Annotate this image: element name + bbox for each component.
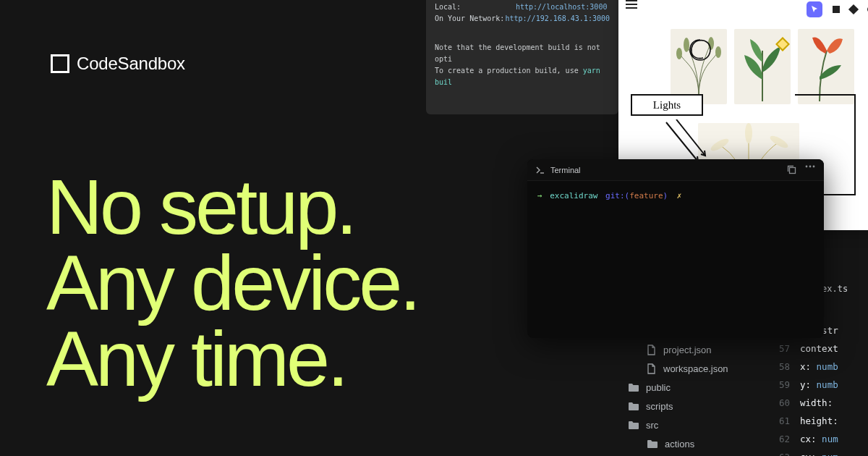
headline-line-2: Any device. bbox=[46, 245, 418, 321]
devserver-network-url: http://192.168.43.1:3000 bbox=[506, 13, 610, 25]
svg-point-21 bbox=[813, 166, 815, 168]
folder-icon bbox=[628, 383, 639, 392]
devserver-panel: Local: http://localhost:3000 On Your Net… bbox=[426, 0, 618, 114]
folder-icon bbox=[647, 439, 658, 448]
prompt-arrow: → bbox=[537, 191, 542, 200]
folder-icon bbox=[628, 421, 639, 429]
brand-name: CodeSandbox bbox=[77, 54, 185, 74]
plant-card-3[interactable] bbox=[798, 29, 854, 104]
board-toolbar bbox=[807, 1, 868, 17]
devserver-local-url: http://localhost:3000 bbox=[516, 1, 607, 13]
tree-item-folder[interactable]: public bbox=[618, 378, 770, 397]
devserver-note-2: To create a production build, use bbox=[435, 67, 583, 75]
cursor-tool-icon[interactable] bbox=[807, 1, 822, 17]
devserver-network-label: On Your Network: bbox=[435, 13, 506, 25]
svg-point-5 bbox=[715, 46, 721, 58]
tree-item-file[interactable]: project.json bbox=[618, 340, 770, 359]
code-tab[interactable]: ex.ts bbox=[822, 284, 868, 294]
terminal-panel[interactable]: Terminal → excalidraw git:(feature) ✗ bbox=[527, 159, 824, 338]
logo-mark-icon bbox=[51, 54, 69, 73]
svg-rect-18 bbox=[790, 168, 796, 174]
folder-icon bbox=[628, 402, 639, 410]
devserver-local-label: Local: bbox=[435, 1, 516, 13]
prompt-git: git:(feature) bbox=[605, 191, 668, 200]
svg-line-15 bbox=[666, 122, 698, 161]
terminal-icon bbox=[536, 166, 545, 174]
svg-line-16 bbox=[676, 119, 705, 156]
terminal-title: Terminal bbox=[550, 166, 581, 174]
board-label-lights[interactable]: Lights bbox=[631, 94, 703, 116]
svg-point-19 bbox=[806, 166, 808, 168]
square-tool-icon[interactable] bbox=[833, 6, 840, 13]
diamond-tool-icon[interactable] bbox=[848, 4, 859, 14]
headline-line-1: No setup. bbox=[46, 169, 418, 245]
tree-item-folder[interactable]: scripts bbox=[618, 397, 770, 415]
tree-item-folder[interactable]: actions bbox=[618, 434, 770, 453]
svg-point-6 bbox=[676, 48, 682, 59]
devserver-note-1: Note that the development build is not o… bbox=[435, 42, 610, 65]
file-tree: project.json workspace.json public scrip… bbox=[618, 326, 770, 453]
prompt-dirty-icon: ✗ bbox=[677, 191, 682, 200]
headline: No setup. Any device. Any time. bbox=[46, 169, 418, 397]
svg-rect-8 bbox=[798, 29, 854, 104]
svg-point-20 bbox=[809, 166, 812, 168]
terminal-body[interactable]: → excalidraw git:(feature) ✗ bbox=[527, 181, 824, 211]
prompt-path: excalidraw bbox=[550, 191, 597, 200]
hamburger-icon[interactable] bbox=[626, 0, 637, 9]
terminal-header: Terminal bbox=[527, 159, 824, 181]
more-icon[interactable] bbox=[805, 165, 815, 168]
brand-logo[interactable]: CodeSandbox bbox=[51, 54, 185, 74]
svg-point-12 bbox=[745, 123, 752, 143]
headline-line-3: Any time. bbox=[46, 321, 418, 397]
new-window-icon[interactable] bbox=[787, 165, 796, 174]
tree-item-file[interactable]: workspace.json bbox=[618, 359, 770, 378]
scribble-circle-annotation bbox=[688, 38, 712, 62]
file-icon bbox=[647, 363, 656, 374]
file-icon bbox=[647, 345, 656, 355]
tree-item-folder[interactable]: src bbox=[618, 415, 770, 434]
